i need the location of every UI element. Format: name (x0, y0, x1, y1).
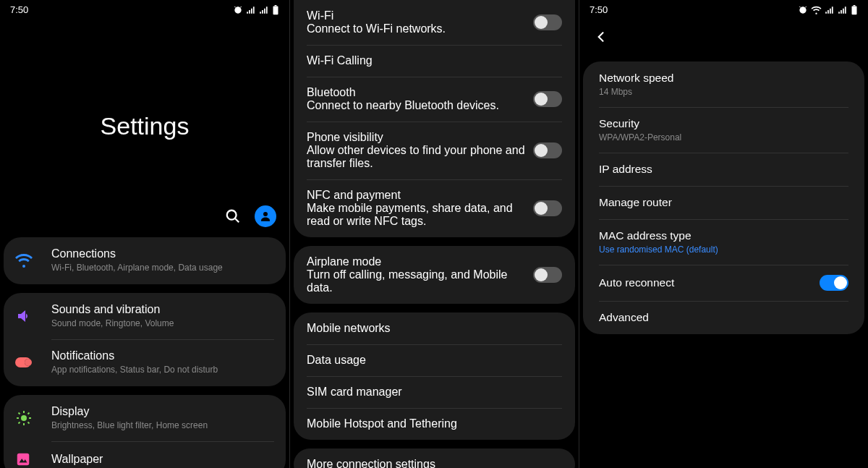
detail-row-network-speed[interactable]: Network speed14 Mbps (583, 61, 864, 107)
connection-row-wi-fi-calling[interactable]: Wi-Fi Calling (294, 45, 575, 77)
detail-row-ip-address[interactable]: IP address (583, 153, 864, 186)
row-text: BluetoothConnect to nearby Bluetooth dev… (307, 86, 533, 112)
row-title: SIM card manager (307, 386, 555, 399)
row-title: Connections (51, 247, 274, 260)
signal-icon (246, 5, 256, 15)
svg-rect-1 (275, 5, 277, 6)
row-text: Phone visibilityAllow other devices to f… (307, 131, 533, 170)
row-title: Airplane mode (307, 255, 526, 268)
back-button[interactable] (592, 28, 610, 46)
row-subtitle: Allow other devices to find your phone a… (307, 144, 526, 170)
row-title: NFC and payment (307, 189, 526, 202)
connection-row-data-usage[interactable]: Data usage (294, 344, 575, 376)
connection-group: Mobile networksData usageSIM card manage… (294, 312, 575, 440)
svg-point-8 (21, 415, 27, 421)
connection-row-airplane-mode[interactable]: Airplane modeTurn off calling, messaging… (294, 246, 575, 304)
row-text: Advanced (599, 311, 848, 324)
svg-point-4 (263, 212, 268, 216)
connection-row-more-connection-settings[interactable]: More connection settings (294, 448, 575, 468)
row-text: Network speed14 Mbps (599, 72, 848, 97)
settings-list: ConnectionsWi-Fi, Bluetooth, Airplane mo… (0, 237, 289, 468)
wallpaper-icon (15, 451, 51, 467)
connection-row-sim-card-manager[interactable]: SIM card manager (294, 376, 575, 408)
detail-row-auto-reconnect[interactable]: Auto reconnect (583, 265, 864, 301)
row-title: Mobile Hotspot and Tethering (307, 417, 555, 430)
row-text: Mobile networks (307, 322, 562, 335)
detail-row-security[interactable]: SecurityWPA/WPA2-Personal (583, 107, 864, 153)
toggle-bluetooth[interactable] (533, 91, 562, 107)
row-title: Network speed (599, 72, 848, 85)
settings-row-wallpaper[interactable]: Wallpaper (4, 441, 286, 468)
wifi-icon (15, 252, 51, 269)
status-time: 7:50 (590, 4, 608, 15)
row-subtitle: Turn off calling, messaging, and Mobile … (307, 268, 526, 294)
alarm-icon (233, 5, 243, 15)
toggle-airplane-mode[interactable] (533, 267, 562, 283)
status-icons-right (798, 5, 858, 15)
connection-row-mobile-networks[interactable]: Mobile networks (294, 312, 575, 344)
battery-icon (272, 5, 279, 15)
svg-line-16 (28, 413, 30, 414)
phone-screen-settings: 7:50 Settings ConnectionsWi-Fi, Bluetoot… (0, 0, 289, 468)
toggle-phone-visibility[interactable] (533, 142, 562, 158)
row-title: Auto reconnect (599, 276, 820, 289)
account-avatar[interactable] (255, 205, 276, 227)
connection-row-bluetooth[interactable]: BluetoothConnect to nearby Bluetooth dev… (294, 77, 575, 122)
row-text: ConnectionsWi-Fi, Bluetooth, Airplane mo… (51, 247, 274, 274)
row-title: Data usage (307, 354, 555, 367)
connection-group: Airplane modeTurn off calling, messaging… (294, 246, 575, 304)
row-title: Mobile networks (307, 322, 555, 335)
statusbar: 7:50 (0, 0, 289, 18)
svg-rect-0 (273, 6, 278, 14)
row-title: Phone visibility (307, 131, 526, 144)
back-row (579, 18, 868, 61)
detail-row-mac-address-type[interactable]: MAC address typeUse randomised MAC (defa… (583, 219, 864, 265)
row-text: Wi-Fi Calling (307, 54, 562, 67)
sound-icon (15, 307, 51, 325)
row-text: Wi-FiConnect to Wi-Fi networks. (307, 9, 533, 35)
row-subtitle: Make mobile payments, share data, and re… (307, 202, 526, 228)
row-text: NFC and paymentMake mobile payments, sha… (307, 189, 533, 228)
detail-row-advanced[interactable]: Advanced (583, 301, 864, 334)
settings-row-connections[interactable]: ConnectionsWi-Fi, Bluetooth, Airplane mo… (4, 237, 286, 284)
settings-card: DisplayBrightness, Blue light filter, Ho… (4, 395, 286, 468)
svg-line-13 (19, 413, 20, 414)
row-title: IP address (599, 163, 848, 176)
connection-row-mobile-hotspot-and-tethering[interactable]: Mobile Hotspot and Tethering (294, 408, 575, 440)
notif-icon (15, 355, 51, 370)
toggle-wi-fi[interactable] (533, 14, 562, 30)
svg-line-14 (28, 422, 30, 424)
detail-row-manage-router[interactable]: Manage router (583, 186, 864, 219)
settings-row-sounds-and-vibration[interactable]: Sounds and vibrationSound mode, Ringtone… (4, 293, 286, 340)
row-subtitle: 14 Mbps (599, 87, 848, 97)
row-title: Sounds and vibration (51, 303, 274, 316)
connection-row-phone-visibility[interactable]: Phone visibilityAllow other devices to f… (294, 122, 575, 179)
row-text: Sounds and vibrationSound mode, Ringtone… (51, 303, 274, 330)
row-subtitle: Use randomised MAC (default) (599, 244, 848, 255)
row-text: SIM card manager (307, 386, 562, 399)
settings-row-display[interactable]: DisplayBrightness, Blue light filter, Ho… (4, 395, 286, 442)
svg-rect-19 (852, 6, 857, 14)
row-title: Security (599, 117, 848, 130)
row-title: Wi-Fi Calling (307, 54, 555, 67)
row-text: More connection settings (307, 458, 562, 468)
connection-row-wi-fi[interactable]: Wi-FiConnect to Wi-Fi networks. (294, 0, 575, 45)
toggle-auto-reconnect[interactable] (820, 275, 848, 291)
settings-row-notifications[interactable]: NotificationsApp notifications, Status b… (4, 339, 286, 386)
row-title: Display (51, 405, 274, 418)
row-title: Notifications (51, 349, 274, 362)
search-icon[interactable] (224, 208, 242, 225)
row-text: Airplane modeTurn off calling, messaging… (307, 255, 533, 294)
page-title: Settings (0, 18, 289, 140)
row-text: NotificationsApp notifications, Status b… (51, 349, 274, 376)
action-row (0, 140, 289, 237)
toggle-nfc-and-payment[interactable] (533, 200, 562, 216)
status-icons-right (233, 5, 279, 15)
row-text: DisplayBrightness, Blue light filter, Ho… (51, 405, 274, 432)
settings-card: ConnectionsWi-Fi, Bluetooth, Airplane mo… (4, 237, 286, 284)
row-title: Bluetooth (307, 86, 526, 99)
status-time: 7:50 (10, 4, 28, 15)
connection-row-nfc-and-payment[interactable]: NFC and paymentMake mobile payments, sha… (294, 179, 575, 237)
signal-icon-2 (259, 5, 269, 15)
connection-group: More connection settings (294, 448, 575, 468)
